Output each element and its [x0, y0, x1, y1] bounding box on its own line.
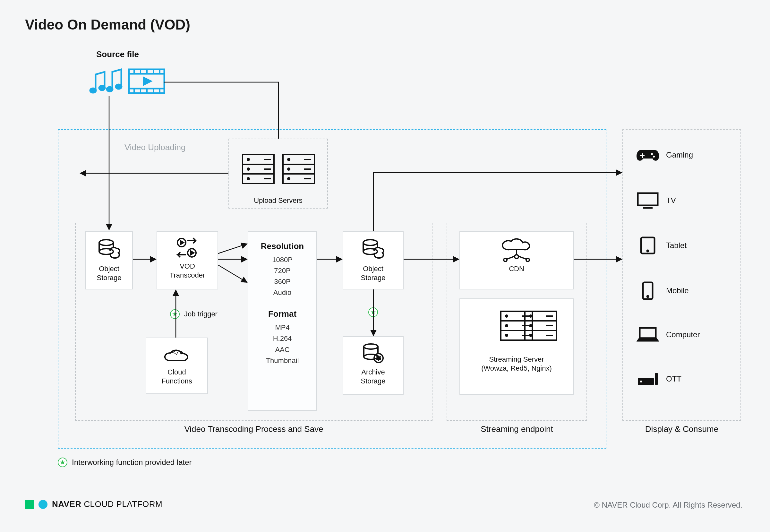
connectors: [0, 0, 770, 532]
